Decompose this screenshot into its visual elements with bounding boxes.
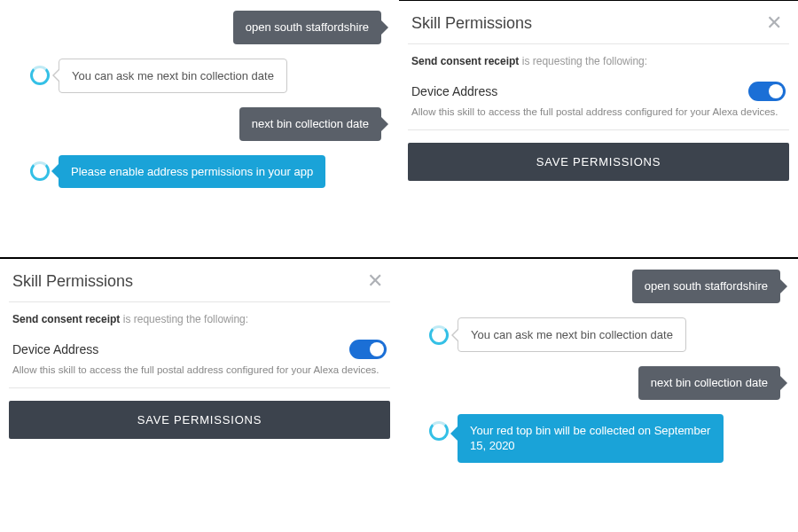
alexa-ring-icon [30, 66, 50, 85]
alexa-message: You can ask me next bin collection date [458, 317, 686, 353]
permission-description: Allow this skill to access the full post… [408, 106, 789, 129]
alexa-message: Please enable address permissions in you… [59, 155, 325, 189]
user-message-row: next bin collection date [34, 107, 381, 141]
alexa-message: You can ask me next bin collection date [59, 59, 287, 94]
permission-toggle[interactable] [349, 340, 387, 359]
alexa-message-row: Your red top bin will be collected on Se… [433, 414, 780, 463]
panel-skill-permissions: Skill Permissions ✕ Send consent receipt… [399, 0, 798, 257]
alexa-message: Your red top bin will be collected on Se… [458, 414, 724, 463]
close-icon[interactable]: ✕ [763, 12, 786, 35]
user-message: open south staffordshire [233, 11, 381, 44]
alexa-message-row: Please enable address permissions in you… [34, 155, 381, 189]
panel-skill-permissions: Skill Permissions ✕ Send consent receipt… [0, 257, 399, 532]
requesting-line: Send consent receipt is requesting the f… [408, 55, 789, 82]
close-icon[interactable]: ✕ [364, 270, 387, 293]
permission-toggle[interactable] [748, 82, 786, 101]
alexa-message-row: You can ask me next bin collection date [34, 59, 381, 94]
dialog-title: Skill Permissions [411, 14, 532, 33]
divider [9, 387, 390, 388]
save-permissions-button[interactable]: SAVE PERMISSIONS [408, 143, 789, 181]
divider [9, 301, 390, 302]
user-message: next bin collection date [638, 366, 780, 400]
requesting-suffix: is requesting the following: [519, 55, 647, 67]
divider [408, 43, 789, 44]
alexa-ring-icon [429, 325, 449, 345]
requesting-suffix: is requesting the following: [120, 313, 248, 325]
divider [408, 129, 789, 130]
save-permissions-button[interactable]: SAVE PERMISSIONS [9, 401, 390, 439]
requesting-line: Send consent receipt is requesting the f… [9, 313, 390, 340]
alexa-ring-icon [429, 421, 449, 441]
user-message-row: next bin collection date [433, 366, 780, 400]
permission-name: Device Address [12, 342, 98, 356]
permission-name: Device Address [411, 84, 497, 98]
user-message: next bin collection date [239, 107, 381, 141]
alexa-ring-icon [30, 161, 50, 181]
alexa-message-row: You can ask me next bin collection date [433, 317, 780, 353]
panel-chat-after: open south staffordshire You can ask me … [399, 257, 798, 532]
permission-description: Allow this skill to access the full post… [9, 364, 390, 387]
dialog-title: Skill Permissions [12, 272, 133, 291]
requester-name: Send consent receipt [411, 55, 519, 67]
panel-chat-before: open south staffordshire You can ask me … [0, 0, 399, 257]
requester-name: Send consent receipt [12, 313, 120, 325]
user-message-row: open south staffordshire [34, 11, 381, 44]
user-message-row: open south staffordshire [433, 270, 780, 303]
user-message: open south staffordshire [632, 270, 780, 303]
